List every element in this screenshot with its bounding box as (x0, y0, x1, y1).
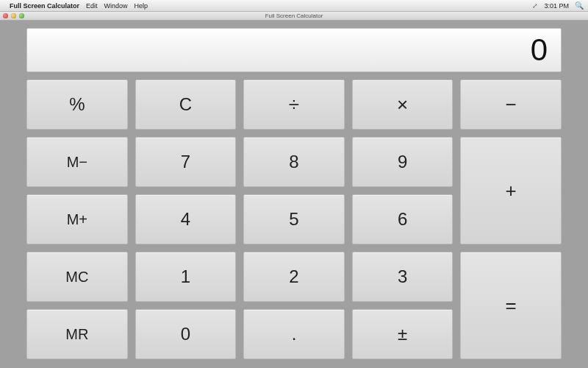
calculator-stage: 0 % C ÷ × − M− 7 8 9 + M+ 4 5 6 MC 1 2 3… (0, 21, 588, 368)
seven-key[interactable]: 7 (135, 137, 237, 187)
plus-minus-key[interactable]: ± (352, 309, 453, 359)
four-key[interactable]: 4 (135, 194, 237, 244)
window-controls (3, 13, 24, 18)
calculator-display: 0 (26, 28, 562, 72)
app-menu[interactable]: Full Screen Calculator (10, 2, 79, 10)
three-key[interactable]: 3 (352, 252, 453, 302)
menubar-clock: 3:01 PM (544, 2, 569, 10)
window-close-button[interactable] (3, 13, 8, 18)
zero-key[interactable]: 0 (135, 309, 237, 359)
eight-key[interactable]: 8 (243, 137, 345, 187)
six-key[interactable]: 6 (352, 194, 453, 244)
window-zoom-button[interactable] (19, 13, 24, 18)
minus-key[interactable]: − (460, 79, 562, 130)
nine-key[interactable]: 9 (352, 137, 453, 187)
menubar-left: Full Screen Calculator Edit Window Help (3, 2, 148, 10)
memory-plus-key[interactable]: M+ (26, 194, 128, 244)
equals-key[interactable]: = (460, 252, 562, 359)
mac-menubar: Full Screen Calculator Edit Window Help … (0, 0, 588, 12)
percent-key[interactable]: % (26, 79, 128, 130)
window-titlebar: Full Screen Calculator (0, 12, 588, 21)
decimal-key[interactable]: . (243, 309, 345, 359)
menu-window[interactable]: Window (104, 2, 128, 10)
window-title: Full Screen Calculator (265, 13, 323, 19)
clear-key[interactable]: C (135, 79, 237, 130)
spotlight-icon[interactable]: 🔍 (575, 1, 584, 10)
calculator: 0 % C ÷ × − M− 7 8 9 + M+ 4 5 6 MC 1 2 3… (26, 28, 562, 359)
multiply-key[interactable]: × (352, 79, 453, 130)
display-value: 0 (531, 32, 548, 68)
memory-clear-key[interactable]: MC (26, 252, 128, 302)
menu-edit[interactable]: Edit (86, 2, 98, 10)
keypad: % C ÷ × − M− 7 8 9 + M+ 4 5 6 MC 1 2 3 =… (26, 79, 562, 359)
divide-key[interactable]: ÷ (243, 79, 345, 130)
exit-fullscreen-icon[interactable]: ⤢ (532, 2, 538, 10)
menu-help[interactable]: Help (135, 2, 148, 10)
memory-minus-key[interactable]: M− (26, 137, 128, 187)
two-key[interactable]: 2 (243, 252, 345, 302)
menubar-right: ⤢ 3:01 PM 🔍 (532, 1, 584, 10)
plus-key[interactable]: + (460, 137, 562, 244)
memory-recall-key[interactable]: MR (26, 309, 128, 359)
one-key[interactable]: 1 (135, 252, 237, 302)
five-key[interactable]: 5 (243, 194, 345, 244)
window-minimize-button[interactable] (11, 13, 16, 18)
